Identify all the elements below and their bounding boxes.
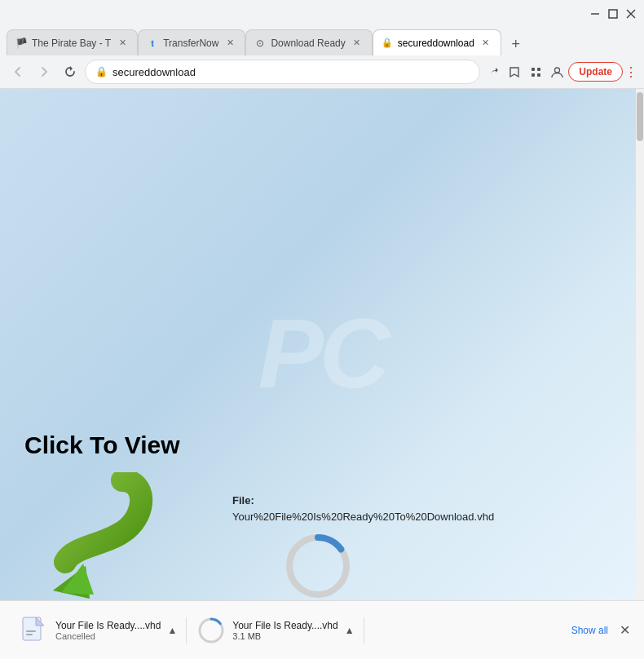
- download-file-icon-1: [20, 616, 49, 645]
- file-label: File:: [232, 493, 494, 509]
- tab-title-transfernow: TransferNow: [163, 38, 218, 49]
- update-button[interactable]: Update: [568, 62, 623, 82]
- svg-rect-1: [609, 10, 617, 18]
- tab-transfernow[interactable]: t TransferNow ✕: [138, 29, 245, 55]
- progress-circle: [285, 533, 351, 599]
- address-bar: 🔒 secureddownload Update ⋮: [0, 55, 644, 88]
- svg-rect-8: [537, 73, 540, 77]
- tab-favicon-piratebay: 🏴: [15, 38, 27, 49]
- new-tab-button[interactable]: +: [505, 33, 527, 55]
- svg-rect-7: [532, 73, 535, 77]
- minimize-button[interactable]: [589, 7, 602, 20]
- tab-downloadready[interactable]: ⊙ Download Ready ✕: [245, 29, 372, 55]
- address-input[interactable]: 🔒 secureddownload: [85, 60, 480, 84]
- svg-rect-16: [26, 634, 33, 635]
- refresh-button[interactable]: [59, 60, 82, 83]
- bookmark-icon[interactable]: [505, 62, 524, 82]
- tab-close-transfernow[interactable]: ✕: [223, 37, 236, 50]
- scrollbar-thumb[interactable]: [637, 92, 643, 141]
- tab-title-piratebay: The Pirate Bay - T: [32, 38, 111, 49]
- tab-favicon-transfernow: t: [147, 38, 158, 49]
- download-chevron-2[interactable]: ▲: [345, 625, 355, 636]
- download-text-2: Your File Is Ready....vhd 3.1 MB: [232, 620, 337, 641]
- forward-button[interactable]: [33, 60, 55, 83]
- back-button[interactable]: [7, 60, 29, 83]
- file-info: File: Your%20File%20Is%20Ready%20To%20Do…: [232, 493, 494, 524]
- tab-close-piratebay[interactable]: ✕: [116, 37, 129, 50]
- browser-chrome: 🏴 The Pirate Bay - T ✕ t TransferNow ✕ ⊙…: [0, 0, 644, 89]
- tab-title-secureddownload: secureddownload: [398, 38, 474, 49]
- security-lock-icon: 🔒: [95, 66, 108, 77]
- page-inner: Click To View: [0, 89, 636, 617]
- title-bar: [0, 0, 644, 26]
- page-content: PC Click To View: [0, 89, 644, 617]
- scrollbar[interactable]: [636, 89, 644, 617]
- window-controls: [589, 7, 637, 20]
- tab-close-secureddownload[interactable]: ✕: [479, 37, 492, 50]
- profile-icon[interactable]: [547, 62, 567, 82]
- browser-window: 🏴 The Pirate Bay - T ✕ t TransferNow ✕ ⊙…: [0, 0, 644, 617]
- tab-secureddownload[interactable]: 🔒 secureddownload ✕: [373, 29, 501, 55]
- download-bar: Your File Is Ready....vhd Cancelled ▲ Yo…: [0, 600, 644, 659]
- file-name: Your%20File%20Is%20Ready%20To%20Download…: [232, 509, 494, 525]
- download-item-2: Your File Is Ready....vhd 3.1 MB ▲: [187, 609, 364, 652]
- tab-close-downloadready[interactable]: ✕: [351, 37, 364, 50]
- tab-favicon-secureddownload: 🔒: [382, 38, 393, 49]
- download-size-2: 3.1 MB: [232, 631, 337, 641]
- download-status-1: Cancelled: [55, 631, 161, 641]
- download-filename-1: Your File Is Ready....vhd: [55, 620, 161, 631]
- download-text-1: Your File Is Ready....vhd Cancelled: [55, 620, 161, 641]
- tab-bar: 🏴 The Pirate Bay - T ✕ t TransferNow ✕ ⊙…: [0, 26, 644, 55]
- address-text: secureddownload: [112, 66, 470, 78]
- close-button[interactable]: [624, 7, 637, 20]
- menu-dots-button[interactable]: ⋮: [624, 64, 637, 80]
- svg-marker-4: [70, 66, 73, 71]
- svg-rect-15: [26, 630, 36, 632]
- click-to-view-text: Click To View: [24, 431, 180, 459]
- tab-favicon-downloadready: ⊙: [254, 38, 266, 49]
- show-all-button[interactable]: Show all: [571, 625, 608, 636]
- address-actions: Update ⋮: [483, 62, 637, 82]
- download-item-1: Your File Is Ready....vhd Cancelled ▲: [10, 609, 187, 652]
- svg-point-9: [554, 68, 559, 73]
- extensions-icon[interactable]: [526, 62, 545, 82]
- download-file-icon-2: [196, 616, 226, 645]
- green-arrow-icon: [49, 472, 155, 606]
- tab-piratebay[interactable]: 🏴 The Pirate Bay - T ✕: [7, 29, 138, 55]
- svg-rect-5: [532, 68, 535, 71]
- maximize-button[interactable]: [607, 7, 620, 20]
- share-icon[interactable]: [483, 62, 503, 82]
- close-download-bar-button[interactable]: ✕: [615, 621, 634, 640]
- download-filename-2: Your File Is Ready....vhd: [232, 620, 337, 631]
- tab-title-downloadready: Download Ready: [271, 38, 345, 49]
- svg-rect-6: [537, 68, 540, 71]
- download-chevron-1[interactable]: ▲: [167, 625, 177, 636]
